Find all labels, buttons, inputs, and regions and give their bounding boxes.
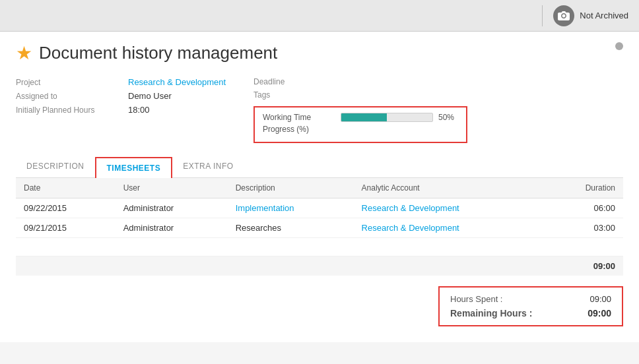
progress-percent: 50% <box>438 113 458 122</box>
hours-spent-value: 09:00 <box>572 294 611 304</box>
progress-pct-row: Progress (%) <box>263 125 458 134</box>
page-title: Document history management <box>39 43 277 63</box>
form-section: Project Research & Development Assigned … <box>16 77 623 143</box>
field-tags: Tags <box>253 90 623 100</box>
cell-user-1: Administrator <box>116 198 228 218</box>
field-project: Project Research & Development <box>16 77 227 87</box>
remaining-hours-value: 09:00 <box>572 308 611 318</box>
remaining-hours-row: Remaining Hours : 09:00 <box>450 308 611 318</box>
footer-spacer <box>16 257 546 276</box>
field-deadline: Deadline <box>253 77 623 86</box>
hours-spent-label: Hours Spent : <box>450 294 503 304</box>
page-title-row: ★ Document history management <box>16 42 623 64</box>
col-duration: Duration <box>546 178 623 198</box>
main-content: ★ Document history management Project Re… <box>0 32 639 342</box>
table-empty-row <box>16 238 623 257</box>
cell-duration-2: 03:00 <box>546 218 623 238</box>
progress-box: Working Time 50% Progress (%) <box>253 106 467 143</box>
progress-bar-container <box>341 113 433 122</box>
field-assigned-to: Assigned to Demo User <box>16 91 227 101</box>
col-user: User <box>116 178 228 198</box>
assigned-to-value: Demo User <box>128 91 172 101</box>
footer-total: 09:00 <box>546 257 623 276</box>
cell-date-1: 09/22/2015 <box>16 198 116 218</box>
tab-description[interactable]: DESCRIPTION <box>16 156 95 177</box>
working-time-label: Working Time <box>263 113 335 122</box>
planned-hours-label: Initially Planned Hours <box>16 106 128 115</box>
project-value[interactable]: Research & Development <box>128 77 226 87</box>
table-footer-row: 09:00 <box>16 257 623 276</box>
form-right: Deadline Tags Working Time 50% Progress … <box>253 77 623 143</box>
summary-section: Hours Spent : 09:00 Remaining Hours : 09… <box>16 276 623 332</box>
progress-bar-fill <box>341 113 387 121</box>
archive-label: Not Archived <box>580 11 628 20</box>
table-header-row: Date User Description Analytic Account D… <box>16 178 623 198</box>
camera-icon <box>553 5 574 26</box>
star-icon[interactable]: ★ <box>16 42 32 64</box>
tab-extra-info[interactable]: EXTRA INFO <box>172 156 244 177</box>
deadline-label: Deadline <box>253 77 366 86</box>
timesheets-table: Date User Description Analytic Account D… <box>16 178 623 276</box>
field-planned-hours: Initially Planned Hours 18:00 <box>16 105 227 115</box>
cell-date-2: 09/21/2015 <box>16 218 116 238</box>
top-bar: Not Archived <box>0 0 639 32</box>
table-row: 09/22/2015 Administrator Implementation … <box>16 198 623 218</box>
table-row: 09/21/2015 Administrator Researches Rese… <box>16 218 623 238</box>
cell-duration-1: 06:00 <box>546 198 623 218</box>
col-date: Date <box>16 178 116 198</box>
tab-timesheets[interactable]: TIMESHEETS <box>95 157 173 178</box>
cell-account-1[interactable]: Research & Development <box>354 198 546 218</box>
form-left: Project Research & Development Assigned … <box>16 77 227 143</box>
hours-spent-row: Hours Spent : 09:00 <box>450 294 611 304</box>
progress-pct-label: Progress (%) <box>263 125 335 134</box>
cell-desc-1[interactable]: Implementation <box>228 198 354 218</box>
cell-account-2[interactable]: Research & Development <box>354 218 546 238</box>
col-analytic-account: Analytic Account <box>354 178 546 198</box>
remaining-hours-label: Remaining Hours : <box>450 308 532 318</box>
cell-user-2: Administrator <box>116 218 228 238</box>
tags-label: Tags <box>253 90 366 100</box>
summary-box: Hours Spent : 09:00 Remaining Hours : 09… <box>438 286 623 326</box>
archive-badge: Not Archived <box>542 5 628 26</box>
project-label: Project <box>16 78 128 87</box>
assigned-to-label: Assigned to <box>16 92 128 101</box>
empty-cell <box>16 238 623 257</box>
status-circle <box>615 42 623 50</box>
col-description: Description <box>228 178 354 198</box>
tabs-bar: DESCRIPTION TIMESHEETS EXTRA INFO <box>16 156 623 178</box>
working-time-row: Working Time 50% <box>263 113 458 122</box>
planned-hours-value: 18:00 <box>128 105 150 115</box>
cell-desc-2: Researches <box>228 218 354 238</box>
